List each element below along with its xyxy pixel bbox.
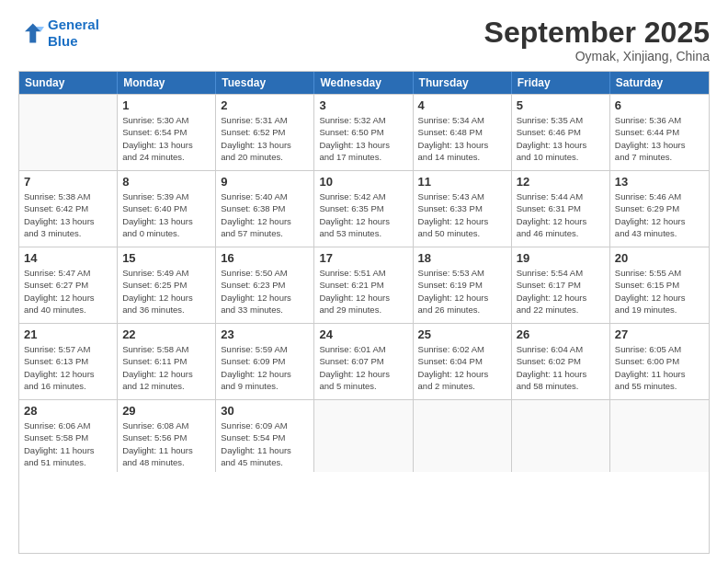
month-title: September 2025 <box>484 17 710 49</box>
week-row-4: 28Sunrise: 6:06 AMSunset: 5:58 PMDayligh… <box>19 399 709 472</box>
calendar-body: 1Sunrise: 5:30 AMSunset: 6:54 PMDaylight… <box>19 94 709 472</box>
day-number: 23 <box>221 327 309 341</box>
cal-cell-0-4: 4Sunrise: 5:34 AMSunset: 6:48 PMDaylight… <box>414 95 512 170</box>
day-info: Sunrise: 5:54 AMSunset: 6:17 PMDaylight:… <box>517 267 605 316</box>
day-number: 12 <box>517 175 605 189</box>
day-info: Sunrise: 6:06 AMSunset: 5:58 PMDaylight:… <box>24 419 112 468</box>
day-info: Sunrise: 5:58 AMSunset: 6:11 PMDaylight:… <box>122 343 210 392</box>
day-number: 2 <box>221 98 309 112</box>
day-info: Sunrise: 5:34 AMSunset: 6:48 PMDaylight:… <box>418 114 506 163</box>
cal-cell-0-6: 6Sunrise: 5:36 AMSunset: 6:44 PMDaylight… <box>610 95 709 170</box>
day-number: 8 <box>122 175 210 189</box>
day-number: 7 <box>24 175 112 189</box>
location: Oymak, Xinjiang, China <box>484 49 710 63</box>
cal-cell-4-1: 29Sunrise: 6:08 AMSunset: 5:56 PMDayligh… <box>118 400 216 472</box>
cal-cell-4-3 <box>314 400 413 472</box>
header-saturday: Saturday <box>610 72 709 94</box>
week-row-2: 14Sunrise: 5:47 AMSunset: 6:27 PMDayligh… <box>19 247 709 323</box>
cal-cell-2-6: 20Sunrise: 5:55 AMSunset: 6:15 PMDayligh… <box>610 247 709 323</box>
day-info: Sunrise: 5:40 AMSunset: 6:38 PMDaylight:… <box>221 190 309 239</box>
cal-cell-0-0 <box>19 95 118 170</box>
cal-cell-1-5: 12Sunrise: 5:44 AMSunset: 6:31 PMDayligh… <box>512 171 610 247</box>
logo-line1: General <box>48 17 99 32</box>
day-info: Sunrise: 5:43 AMSunset: 6:33 PMDaylight:… <box>418 190 506 239</box>
cal-cell-3-3: 24Sunrise: 6:01 AMSunset: 6:07 PMDayligh… <box>314 324 413 399</box>
day-info: Sunrise: 5:55 AMSunset: 6:15 PMDaylight:… <box>615 267 704 316</box>
day-number: 3 <box>319 98 407 112</box>
cal-cell-2-0: 14Sunrise: 5:47 AMSunset: 6:27 PMDayligh… <box>19 247 118 323</box>
week-row-1: 7Sunrise: 5:38 AMSunset: 6:42 PMDaylight… <box>19 170 709 247</box>
day-info: Sunrise: 6:04 AMSunset: 6:02 PMDaylight:… <box>517 343 605 392</box>
cal-cell-1-4: 11Sunrise: 5:43 AMSunset: 6:33 PMDayligh… <box>414 171 512 247</box>
week-row-3: 21Sunrise: 5:57 AMSunset: 6:13 PMDayligh… <box>19 323 709 399</box>
header-tuesday: Tuesday <box>216 72 314 94</box>
cal-cell-0-2: 2Sunrise: 5:31 AMSunset: 6:52 PMDaylight… <box>216 95 314 170</box>
page: General Blue September 2025 Oymak, Xinji… <box>0 0 728 563</box>
day-number: 9 <box>221 175 309 189</box>
cal-cell-4-6 <box>610 400 709 472</box>
day-info: Sunrise: 5:30 AMSunset: 6:54 PMDaylight:… <box>122 114 210 163</box>
day-number: 5 <box>517 98 605 112</box>
cal-cell-2-3: 17Sunrise: 5:51 AMSunset: 6:21 PMDayligh… <box>314 247 413 323</box>
day-info: Sunrise: 5:49 AMSunset: 6:25 PMDaylight:… <box>122 267 210 316</box>
cal-cell-3-6: 27Sunrise: 6:05 AMSunset: 6:00 PMDayligh… <box>610 324 709 399</box>
cal-cell-3-0: 21Sunrise: 5:57 AMSunset: 6:13 PMDayligh… <box>19 324 118 399</box>
day-info: Sunrise: 5:50 AMSunset: 6:23 PMDaylight:… <box>221 267 309 316</box>
day-number: 19 <box>517 251 605 265</box>
day-number: 4 <box>418 98 506 112</box>
header-wednesday: Wednesday <box>314 72 413 94</box>
cal-cell-1-0: 7Sunrise: 5:38 AMSunset: 6:42 PMDaylight… <box>19 171 118 247</box>
cal-cell-1-2: 9Sunrise: 5:40 AMSunset: 6:38 PMDaylight… <box>216 171 314 247</box>
day-info: Sunrise: 6:09 AMSunset: 5:54 PMDaylight:… <box>221 419 309 468</box>
day-info: Sunrise: 5:35 AMSunset: 6:46 PMDaylight:… <box>517 114 605 163</box>
day-info: Sunrise: 6:01 AMSunset: 6:07 PMDaylight:… <box>319 343 407 392</box>
day-info: Sunrise: 5:38 AMSunset: 6:42 PMDaylight:… <box>24 190 112 239</box>
week-row-0: 1Sunrise: 5:30 AMSunset: 6:54 PMDaylight… <box>19 94 709 170</box>
calendar: Sunday Monday Tuesday Wednesday Thursday… <box>18 71 710 554</box>
cal-cell-3-2: 23Sunrise: 5:59 AMSunset: 6:09 PMDayligh… <box>216 324 314 399</box>
header-friday: Friday <box>512 72 610 94</box>
day-info: Sunrise: 5:51 AMSunset: 6:21 PMDaylight:… <box>319 267 407 316</box>
day-number: 11 <box>418 175 506 189</box>
day-number: 15 <box>122 251 210 265</box>
day-number: 28 <box>24 404 112 418</box>
cal-cell-2-2: 16Sunrise: 5:50 AMSunset: 6:23 PMDayligh… <box>216 247 314 323</box>
cal-cell-2-1: 15Sunrise: 5:49 AMSunset: 6:25 PMDayligh… <box>118 247 216 323</box>
day-info: Sunrise: 6:08 AMSunset: 5:56 PMDaylight:… <box>122 419 210 468</box>
cal-cell-4-4 <box>414 400 512 472</box>
day-number: 21 <box>24 327 112 341</box>
day-info: Sunrise: 6:02 AMSunset: 6:04 PMDaylight:… <box>418 343 506 392</box>
cal-cell-2-4: 18Sunrise: 5:53 AMSunset: 6:19 PMDayligh… <box>414 247 512 323</box>
day-info: Sunrise: 5:36 AMSunset: 6:44 PMDaylight:… <box>615 114 704 163</box>
cal-cell-4-0: 28Sunrise: 6:06 AMSunset: 5:58 PMDayligh… <box>19 400 118 472</box>
day-number: 26 <box>517 327 605 341</box>
day-info: Sunrise: 5:46 AMSunset: 6:29 PMDaylight:… <box>615 190 704 239</box>
day-number: 18 <box>418 251 506 265</box>
day-number: 25 <box>418 327 506 341</box>
day-info: Sunrise: 5:47 AMSunset: 6:27 PMDaylight:… <box>24 267 112 316</box>
logo: General Blue <box>18 17 99 50</box>
day-number: 14 <box>24 251 112 265</box>
logo-icon <box>18 20 44 46</box>
cal-cell-4-2: 30Sunrise: 6:09 AMSunset: 5:54 PMDayligh… <box>216 400 314 472</box>
day-number: 13 <box>615 175 704 189</box>
title-area: September 2025 Oymak, Xinjiang, China <box>484 17 710 63</box>
day-number: 6 <box>615 98 704 112</box>
day-number: 17 <box>319 251 407 265</box>
logo-text: General Blue <box>48 17 99 50</box>
header-monday: Monday <box>118 72 216 94</box>
day-number: 22 <box>122 327 210 341</box>
header-thursday: Thursday <box>414 72 512 94</box>
calendar-header: Sunday Monday Tuesday Wednesday Thursday… <box>19 72 709 94</box>
day-info: Sunrise: 5:31 AMSunset: 6:52 PMDaylight:… <box>221 114 309 163</box>
day-number: 27 <box>615 327 704 341</box>
cal-cell-2-5: 19Sunrise: 5:54 AMSunset: 6:17 PMDayligh… <box>512 247 610 323</box>
day-number: 1 <box>122 98 210 112</box>
header: General Blue September 2025 Oymak, Xinji… <box>18 17 710 63</box>
svg-marker-0 <box>25 24 41 43</box>
day-info: Sunrise: 5:57 AMSunset: 6:13 PMDaylight:… <box>24 343 112 392</box>
cal-cell-0-5: 5Sunrise: 5:35 AMSunset: 6:46 PMDaylight… <box>512 95 610 170</box>
cal-cell-4-5 <box>512 400 610 472</box>
day-number: 16 <box>221 251 309 265</box>
cal-cell-1-6: 13Sunrise: 5:46 AMSunset: 6:29 PMDayligh… <box>610 171 709 247</box>
